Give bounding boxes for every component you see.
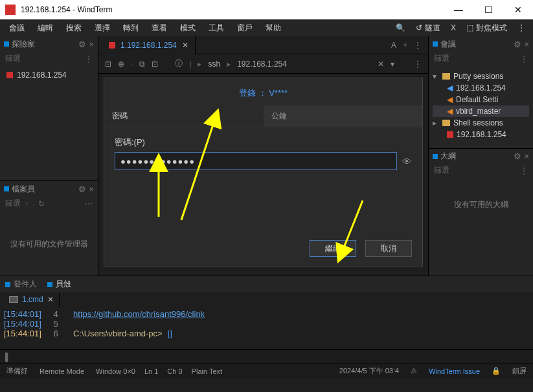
session-status-icon (6, 72, 13, 78)
status-mode[interactable]: Plain Text (192, 367, 223, 375)
tab-menu-icon[interactable]: ⋮ (414, 41, 422, 50)
explorer-session-item[interactable]: 192.168.1.254 (0, 68, 98, 82)
breadcrumb-protocol[interactable]: ssh (208, 60, 220, 69)
tb-copy-icon[interactable]: ⧉ (139, 60, 145, 69)
menu-tools[interactable]: 工具 (203, 21, 229, 35)
session-tabrow: 1.192.168.1.254 ✕ A + ⋮ (98, 36, 428, 54)
continue-button[interactable]: 繼續 (310, 240, 356, 257)
menu-window[interactable]: 窗戶 (232, 21, 258, 35)
tb-info-icon[interactable]: ⓘ (175, 58, 183, 69)
tb-new-icon[interactable]: ⊕ (118, 60, 124, 69)
tunnel-button[interactable]: ↺隧道 (412, 21, 444, 35)
menu-search[interactable]: 搜索 (61, 21, 87, 35)
menu-goto[interactable]: 轉到 (118, 21, 144, 35)
app-icon (5, 5, 16, 15)
outline-filter-more-icon[interactable]: ⋮ (520, 166, 528, 175)
filemgr-indicator-icon (4, 186, 9, 191)
meeting-close-icon[interactable]: × (524, 39, 529, 49)
tab-shell[interactable]: 貝殼 (47, 279, 71, 290)
search-icon[interactable]: 🔍 (392, 22, 409, 34)
tree-folder-shell[interactable]: ▸Shell sessions (433, 117, 529, 129)
tree-item-3[interactable]: ◀vbird_master (433, 105, 529, 117)
outline-filter-label[interactable]: 篩選 (434, 165, 449, 176)
meeting-filter-more-icon[interactable]: ⋮ (520, 54, 528, 63)
titlebar: 192.168.1.254 - WindTerm — ☐ ✕ (0, 0, 533, 19)
x-button[interactable]: X (447, 22, 460, 34)
tab-a-icon[interactable]: A (391, 41, 396, 50)
filemgr-refresh-icon[interactable]: ↻ (38, 199, 45, 208)
outline-close-icon[interactable]: × (524, 151, 529, 161)
meeting-filter-label[interactable]: 篩選 (434, 53, 449, 64)
filemgr-up-icon[interactable]: ↑ (25, 199, 28, 208)
minimize-button[interactable]: — (444, 0, 473, 19)
lock-icon[interactable]: 🔒 (492, 367, 501, 375)
menu-meeting[interactable]: 會議 (4, 21, 30, 35)
menu-mode[interactable]: 模式 (175, 21, 201, 35)
status-lock-text[interactable]: 鎖屏 (512, 366, 527, 376)
outline-indicator-icon (433, 154, 438, 159)
meeting-header: 會議 ⚙ × (429, 36, 533, 52)
tree-item-4[interactable]: 192.168.1.254 (433, 129, 529, 140)
status-ready: 準備好 (6, 366, 28, 376)
menu-more-icon[interactable]: ⋮ (514, 22, 529, 34)
tb-dropdown-icon[interactable]: ▾ (391, 60, 394, 69)
menu-help[interactable]: 幫助 (260, 21, 286, 35)
toggle-password-icon[interactable]: 👁 (402, 156, 412, 167)
filemgr-gear-icon[interactable]: ⚙ (78, 184, 86, 194)
tab-sender[interactable]: 發件人 (5, 279, 37, 290)
cancel-button[interactable]: 取消 (365, 240, 412, 257)
tab-close-icon[interactable]: ✕ (182, 41, 188, 50)
right-sidebar: 會議 ⚙ × 篩選 ⋮ ▾Putty sessions ◀192.168.1.2… (428, 36, 533, 276)
status-window[interactable]: Window 0×0 (96, 367, 135, 375)
left-sidebar: 探險家 ⚙ × 篩選 ⋮ 192.168.1.254 檔案員 ⚙ × 篩選 (0, 36, 98, 276)
tree-folder-putty[interactable]: ▾Putty sessions (433, 71, 529, 82)
status-bar: 準備好 Remote Mode Window 0×0 Ln 1 Ch 0 Pla… (0, 364, 533, 378)
location-icon: ◀ (447, 83, 453, 93)
filemgr-close-icon[interactable]: × (89, 184, 94, 194)
tb-clear-icon[interactable]: ✕ (378, 60, 384, 69)
panel-divider[interactable]: ▌ (0, 349, 533, 364)
outline-title: 大綱 (440, 151, 456, 162)
breadcrumb-host[interactable]: 192.168.1.254 (237, 60, 287, 69)
tb-more-icon[interactable]: ⋮ (414, 60, 422, 69)
focus-mode-button[interactable]: ⬚對焦模式 (462, 21, 511, 35)
tree-item-1[interactable]: ◀192.168.1.254 (433, 82, 529, 94)
panel-handle-icon: ▌ (5, 353, 11, 362)
menu-select[interactable]: 選擇 (89, 21, 115, 35)
menu-view[interactable]: 查看 (146, 21, 172, 35)
outline-gear-icon[interactable]: ⚙ (514, 151, 521, 161)
tree-item-2[interactable]: ◀Default Setti (433, 94, 529, 105)
explorer-title: 探險家 (12, 39, 35, 50)
explorer-close-icon[interactable]: × (89, 39, 94, 49)
outline-header: 大綱 ⚙ × (429, 148, 533, 164)
filemgr-filter-label[interactable]: 篩選 (5, 198, 21, 209)
dialog-tab-pubkey[interactable]: 公鑰 (264, 105, 423, 127)
explorer-indicator-icon (4, 41, 9, 47)
filemgr-title: 檔案員 (12, 184, 35, 195)
session-tab[interactable]: 1.192.168.1.254 ✕ (102, 36, 196, 54)
session-toolbar: ⊡ ⊕ · ⧉ ⊡ ⓘ | ▸ ssh ▸ 192.168.1.254 ✕ ▾ … (98, 54, 428, 74)
password-input[interactable] (115, 152, 397, 170)
explorer-filter-label[interactable]: 篩選 (5, 53, 21, 64)
terminal-link[interactable]: https://github.com/chrisant996/clink (73, 309, 205, 319)
status-warn-icon[interactable]: ⚠ (411, 367, 417, 375)
tb-icon-4[interactable]: ⊡ (152, 60, 158, 69)
menu-edit[interactable]: 編輯 (32, 21, 58, 35)
tab-plus-icon[interactable]: + (403, 41, 407, 50)
explorer-gear-icon[interactable]: ⚙ (78, 39, 86, 49)
filemgr-more-icon[interactable]: ⋯ (85, 199, 93, 208)
cmd-tab[interactable]: 1.cmd ✕ (4, 292, 60, 307)
maximize-button[interactable]: ☐ (473, 0, 503, 19)
status-issue-link[interactable]: WindTerm Issue (429, 367, 480, 375)
close-button[interactable]: ✕ (503, 0, 533, 19)
status-remote[interactable]: Remote Mode (40, 367, 84, 375)
dialog-tab-password[interactable]: 密碼 (104, 105, 264, 127)
status-line[interactable]: Ln 1 (144, 367, 158, 375)
meeting-gear-icon[interactable]: ⚙ (514, 39, 521, 49)
status-char[interactable]: Ch 0 (167, 367, 182, 375)
cmd-tabrow: 1.cmd ✕ (0, 292, 533, 307)
explorer-filter-more-icon[interactable]: ⋮ (85, 54, 93, 63)
terminal-output[interactable]: [15:44:01]4 https://github.com/chrisant9… (0, 307, 533, 349)
cmd-tab-close-icon[interactable]: ✕ (47, 295, 54, 304)
tb-icon-1[interactable]: ⊡ (105, 60, 111, 69)
